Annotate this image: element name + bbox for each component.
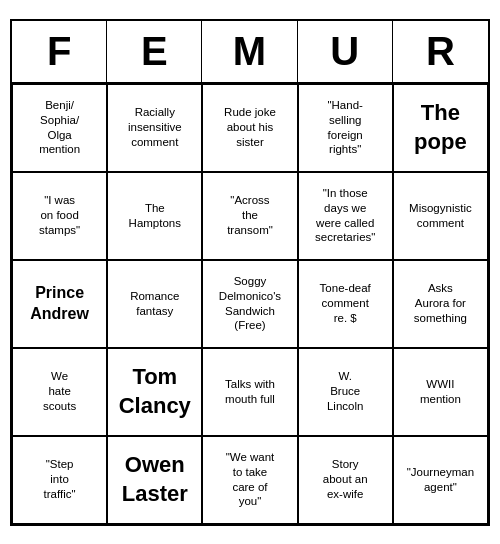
bingo-cell: "I wason foodstamps" [12,172,107,260]
bingo-cell: WWIImention [393,348,488,436]
bingo-cell: "We wantto takecare ofyou" [202,436,297,524]
bingo-cell: Romancefantasy [107,260,202,348]
header-letter: R [393,21,488,82]
bingo-cell: "Hand-sellingforeignrights" [298,84,393,172]
bingo-cell: Raciallyinsensitivecomment [107,84,202,172]
bingo-cell: "In thosedays wewere calledsecretaries" [298,172,393,260]
bingo-cell: TheHamptons [107,172,202,260]
bingo-cell: "Acrossthetransom" [202,172,297,260]
bingo-cell: Thepope [393,84,488,172]
header-letter: U [298,21,393,82]
header-letter: F [12,21,107,82]
bingo-cell: SoggyDelmonico'sSandwich(Free) [202,260,297,348]
bingo-cell: Tone-deafcommentre. $ [298,260,393,348]
bingo-cell: "Journeymanagent" [393,436,488,524]
bingo-cell: W.BruceLincoln [298,348,393,436]
bingo-cell: OwenLaster [107,436,202,524]
bingo-cell: AsksAurora forsomething [393,260,488,348]
bingo-cell: Wehatescouts [12,348,107,436]
bingo-cell: Misogynisticcomment [393,172,488,260]
bingo-header: FEMUR [12,21,488,84]
header-letter: M [202,21,297,82]
bingo-card: FEMUR Benji/Sophia/OlgamentionRaciallyin… [10,19,490,526]
bingo-cell: Talks withmouth full [202,348,297,436]
header-letter: E [107,21,202,82]
bingo-cell: Storyabout anex-wife [298,436,393,524]
bingo-cell: PrinceAndrew [12,260,107,348]
bingo-cell: TomClancy [107,348,202,436]
bingo-cell: "Stepintotraffic" [12,436,107,524]
bingo-grid: Benji/Sophia/OlgamentionRaciallyinsensit… [12,84,488,524]
bingo-cell: Benji/Sophia/Olgamention [12,84,107,172]
bingo-cell: Rude jokeabout hissister [202,84,297,172]
